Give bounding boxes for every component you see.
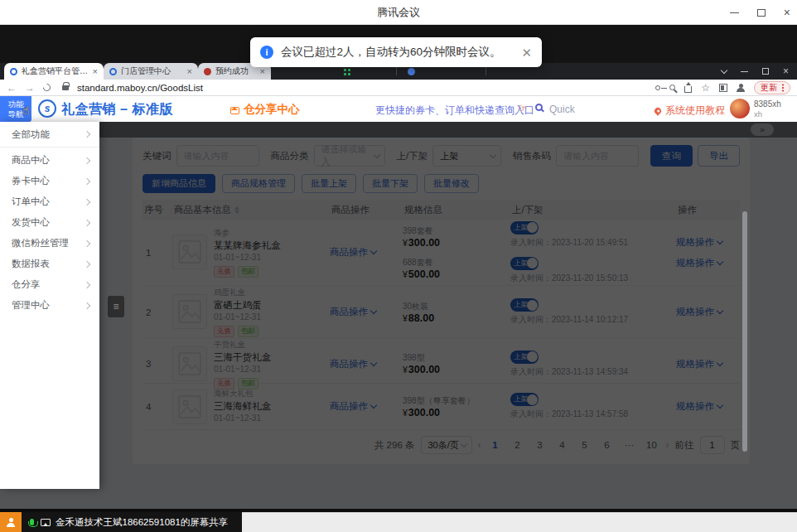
tab-favicon-ring-icon: [109, 68, 117, 75]
hand-cursor-icon: ☝: [22, 104, 30, 117]
chevron-right-icon: [84, 281, 90, 288]
sidebar-item-admin[interactable]: 管理中心: [0, 295, 99, 316]
chevron-right-icon: [84, 219, 90, 225]
nav-drawer: 全部功能 商品中心 券卡中心 订单中心 发货中心 微信粉丝管理: [0, 122, 99, 489]
location-pin-icon: [653, 106, 662, 115]
meeting-titlebar: 腾讯会议 ×: [0, 0, 797, 25]
menu-dots-icon[interactable]: [782, 87, 784, 89]
tab-favicon-grid-icon[interactable]: [344, 69, 346, 71]
quick-search-icon[interactable]: [535, 104, 543, 111]
close-icon[interactable]: ×: [784, 7, 790, 18]
scrollbar-thumb[interactable]: [742, 211, 747, 452]
quick-entry-tip[interactable]: 更快捷的券卡、订单和快递查询入口: [375, 104, 534, 118]
tutorial-link[interactable]: 系统使用教程: [655, 104, 725, 118]
back-icon[interactable]: ←: [7, 83, 17, 93]
tab-favicon-blue-icon[interactable]: [408, 68, 415, 75]
share-center-link[interactable]: 仓分享中心: [230, 102, 300, 117]
taskbar-empty-area: [242, 512, 797, 532]
zoom-icon[interactable]: [669, 85, 675, 90]
browser-maximize-icon[interactable]: [762, 68, 769, 75]
warehouse-icon: [230, 107, 239, 114]
chevron-right-icon: [84, 177, 90, 184]
profile-icon[interactable]: [737, 84, 745, 92]
lock-icon[interactable]: [62, 85, 69, 90]
sidebar-item-warehouse-share[interactable]: 仓分享: [0, 274, 99, 295]
microphone-icon: [30, 519, 34, 525]
chevron-right-icon: [84, 239, 90, 246]
chevron-right-icon: [84, 131, 90, 138]
sidebar-item-wechat-fans[interactable]: 微信粉丝管理: [0, 233, 99, 254]
screen-share-indicator[interactable]: 金禾通技术王斌18662591081的屏幕共享: [22, 512, 242, 532]
chevron-right-icon: [84, 198, 90, 205]
screen-share-icon: [41, 519, 51, 526]
sidebar-item-order[interactable]: 订单中心: [0, 191, 99, 212]
drawer-handle-icon[interactable]: ≡: [108, 296, 124, 317]
tab-search-chevron-icon[interactable]: [721, 66, 727, 73]
toast-close-icon[interactable]: ✕: [521, 46, 532, 59]
chevron-right-icon: [84, 260, 90, 267]
pointing-finger-icon: ☞: [518, 102, 528, 114]
sidebar-item-coupon[interactable]: 券卡中心: [0, 171, 99, 191]
tab-close-icon[interactable]: ×: [93, 66, 98, 76]
sidepanel-icon[interactable]: [719, 84, 727, 92]
person-icon: [7, 518, 15, 527]
browser-minimize-icon[interactable]: [741, 71, 748, 72]
taskbar-presenter-button[interactable]: [0, 512, 22, 532]
divider: [0, 147, 99, 148]
app-header: 功能 导航 s 礼盒营销 – 标准版 仓分享中心 更快捷的券卡、订单和快递查询入…: [0, 96, 797, 122]
tab-close-icon[interactable]: ×: [260, 66, 265, 76]
browser-close-icon[interactable]: ×: [783, 66, 789, 76]
taskbar: 金禾通技术王斌18662591081的屏幕共享: [0, 512, 797, 532]
meeting-title: 腾讯会议: [377, 5, 420, 20]
browser-tab-1[interactable]: 礼盒营销平台管理中心 ×: [4, 63, 104, 80]
user-name: 8385xh: [754, 99, 781, 109]
brand-logo-icon: s: [38, 99, 56, 118]
maximize-icon[interactable]: [757, 9, 766, 17]
browser-update-button[interactable]: 更新: [754, 81, 790, 94]
sidebar-item-reports[interactable]: 数据报表: [0, 254, 99, 274]
brand-title: 礼盒营销 – 标准版: [61, 101, 173, 118]
page-content: » 关键词 商品分类 请选择或输入 上/下架 上架 销售条: [0, 122, 797, 509]
tab-close-icon[interactable]: ×: [187, 66, 192, 76]
screen-share-text: 金禾通技术王斌18662591081的屏幕共享: [56, 516, 228, 529]
minimize-icon[interactable]: [730, 12, 739, 13]
tab-favicon-red-icon: [204, 68, 211, 75]
forward-icon[interactable]: →: [25, 83, 35, 93]
tab-favicon-ring-icon: [10, 68, 17, 75]
refresh-icon[interactable]: [41, 82, 52, 93]
tab-divider: [485, 67, 486, 75]
quick-search-label[interactable]: Quick: [549, 104, 575, 115]
info-icon: i: [260, 46, 273, 59]
chevron-right-icon: [84, 302, 90, 308]
user-avatar[interactable]: [730, 99, 750, 118]
sidebar-item-goods[interactable]: 商品中心: [0, 150, 99, 171]
browser-tab-2[interactable]: 门店管理中心 ×: [104, 63, 198, 80]
share-icon[interactable]: [684, 86, 692, 93]
toast-message: 会议已超过2人，自动转为60分钟限时会议。: [281, 45, 501, 60]
meeting-window: 腾讯会议 × i 会议已超过2人，自动转为60分钟限时会议。 ✕ 礼盒营销平台管…: [0, 0, 797, 532]
chevron-right-icon: [84, 157, 90, 163]
password-key-icon[interactable]: [655, 85, 660, 90]
url-text[interactable]: standard.maboy.cn/GoodsList: [77, 83, 203, 93]
shared-screen: i 会议已超过2人，自动转为60分钟限时会议。 ✕ 礼盒营销平台管理中心 × 门…: [0, 25, 797, 509]
user-sub-name: xh: [754, 109, 781, 118]
sidebar-item-all[interactable]: 全部功能: [0, 123, 99, 145]
tab-divider: [396, 67, 397, 75]
bookmark-star-icon[interactable]: ☆: [701, 83, 710, 93]
meeting-toast: i 会议已超过2人，自动转为60分钟限时会议。 ✕: [250, 37, 542, 67]
sidebar-item-delivery[interactable]: 发货中心: [0, 212, 99, 233]
browser-addressbar: ← → standard.maboy.cn/GoodsList ☆ 更新: [0, 80, 797, 96]
